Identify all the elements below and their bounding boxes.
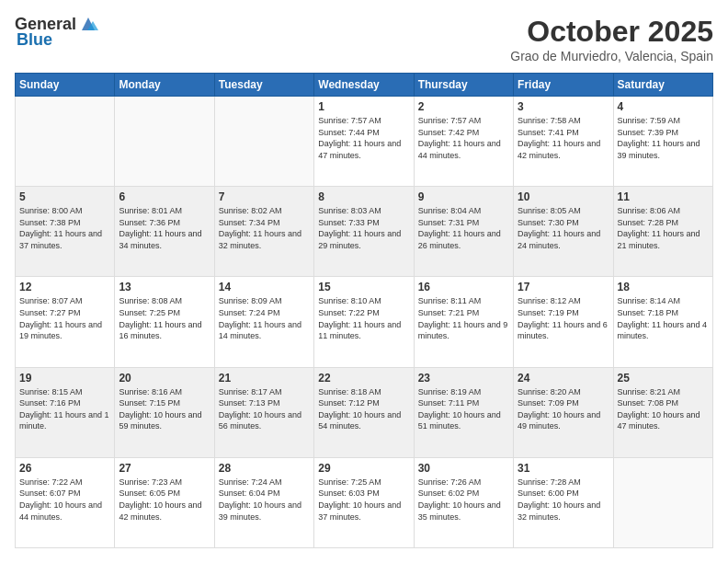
- table-row: 2Sunrise: 7:57 AMSunset: 7:42 PMDaylight…: [414, 97, 513, 187]
- calendar-week-row: 19Sunrise: 8:15 AMSunset: 7:16 PMDayligh…: [16, 367, 713, 457]
- day-info: Sunrise: 8:14 AMSunset: 7:18 PMDaylight:…: [618, 295, 709, 341]
- table-row: [214, 97, 313, 187]
- day-number: 20: [119, 372, 210, 385]
- day-number: 14: [219, 281, 310, 293]
- table-row: 10Sunrise: 8:05 AMSunset: 7:30 PMDayligh…: [514, 187, 613, 277]
- header-monday: Monday: [115, 74, 214, 97]
- day-number: 9: [418, 190, 509, 203]
- day-number: 6: [119, 190, 210, 203]
- day-info: Sunrise: 8:16 AMSunset: 7:15 PMDaylight:…: [119, 386, 210, 432]
- day-info: Sunrise: 8:00 AMSunset: 7:38 PMDaylight:…: [19, 205, 110, 251]
- day-info: Sunrise: 7:57 AMSunset: 7:42 PMDaylight:…: [418, 115, 509, 161]
- calendar-week-row: 26Sunrise: 7:22 AMSunset: 6:07 PMDayligh…: [16, 457, 713, 547]
- page: General Blue October 2025 Grao de Murvie…: [0, 0, 728, 563]
- day-number: 28: [219, 462, 310, 475]
- day-info: Sunrise: 7:59 AMSunset: 7:39 PMDaylight:…: [618, 115, 709, 161]
- calendar-week-row: 12Sunrise: 8:07 AMSunset: 7:27 PMDayligh…: [16, 277, 713, 367]
- day-number: 10: [518, 190, 609, 203]
- header-tuesday: Tuesday: [214, 74, 313, 97]
- table-row: 25Sunrise: 8:21 AMSunset: 7:08 PMDayligh…: [613, 367, 712, 457]
- calendar-table: Sunday Monday Tuesday Wednesday Thursday…: [15, 73, 713, 548]
- logo: General Blue: [15, 15, 98, 50]
- day-number: 5: [19, 190, 110, 203]
- day-number: 8: [318, 190, 409, 203]
- logo-icon: [78, 14, 98, 34]
- table-row: 4Sunrise: 7:59 AMSunset: 7:39 PMDaylight…: [613, 97, 712, 187]
- calendar-week-row: 1Sunrise: 7:57 AMSunset: 7:44 PMDaylight…: [16, 97, 713, 187]
- day-number: 1: [318, 100, 409, 113]
- day-number: 11: [618, 190, 709, 203]
- weekday-header-row: Sunday Monday Tuesday Wednesday Thursday…: [16, 74, 713, 97]
- day-number: 29: [318, 462, 409, 475]
- table-row: 8Sunrise: 8:03 AMSunset: 7:33 PMDaylight…: [314, 187, 414, 277]
- day-info: Sunrise: 8:04 AMSunset: 7:31 PMDaylight:…: [418, 205, 509, 251]
- table-row: 3Sunrise: 7:58 AMSunset: 7:41 PMDaylight…: [514, 97, 613, 187]
- day-info: Sunrise: 8:09 AMSunset: 7:24 PMDaylight:…: [219, 295, 310, 341]
- day-info: Sunrise: 8:20 AMSunset: 7:09 PMDaylight:…: [518, 386, 609, 432]
- day-info: Sunrise: 7:23 AMSunset: 6:05 PMDaylight:…: [119, 477, 210, 523]
- table-row: 21Sunrise: 8:17 AMSunset: 7:13 PMDayligh…: [214, 367, 313, 457]
- table-row: [16, 97, 115, 187]
- day-info: Sunrise: 8:02 AMSunset: 7:34 PMDaylight:…: [219, 205, 310, 251]
- table-row: 23Sunrise: 8:19 AMSunset: 7:11 PMDayligh…: [414, 367, 513, 457]
- table-row: 6Sunrise: 8:01 AMSunset: 7:36 PMDaylight…: [115, 187, 214, 277]
- day-number: 13: [119, 281, 210, 293]
- header-thursday: Thursday: [414, 74, 513, 97]
- day-number: 31: [518, 462, 609, 475]
- day-number: 15: [318, 281, 409, 293]
- table-row: 13Sunrise: 8:08 AMSunset: 7:25 PMDayligh…: [115, 277, 214, 367]
- table-row: 16Sunrise: 8:11 AMSunset: 7:21 PMDayligh…: [414, 277, 513, 367]
- day-number: 27: [119, 462, 210, 475]
- day-info: Sunrise: 8:21 AMSunset: 7:08 PMDaylight:…: [618, 386, 709, 432]
- table-row: 5Sunrise: 8:00 AMSunset: 7:38 PMDaylight…: [16, 187, 115, 277]
- day-info: Sunrise: 8:15 AMSunset: 7:16 PMDaylight:…: [19, 386, 110, 432]
- day-info: Sunrise: 7:57 AMSunset: 7:44 PMDaylight:…: [318, 115, 409, 161]
- header-sunday: Sunday: [16, 74, 115, 97]
- title-block: October 2025 Grao de Murviedro, Valencia…: [510, 15, 713, 63]
- table-row: 20Sunrise: 8:16 AMSunset: 7:15 PMDayligh…: [115, 367, 214, 457]
- month-title: October 2025: [510, 15, 713, 49]
- header-friday: Friday: [514, 74, 613, 97]
- day-number: 22: [318, 372, 409, 385]
- table-row: 7Sunrise: 8:02 AMSunset: 7:34 PMDaylight…: [214, 187, 313, 277]
- day-info: Sunrise: 7:26 AMSunset: 6:02 PMDaylight:…: [418, 477, 509, 523]
- day-info: Sunrise: 8:01 AMSunset: 7:36 PMDaylight:…: [119, 205, 210, 251]
- table-row: 12Sunrise: 8:07 AMSunset: 7:27 PMDayligh…: [16, 277, 115, 367]
- day-info: Sunrise: 8:07 AMSunset: 7:27 PMDaylight:…: [19, 295, 110, 341]
- day-info: Sunrise: 7:25 AMSunset: 6:03 PMDaylight:…: [318, 477, 409, 523]
- table-row: 28Sunrise: 7:24 AMSunset: 6:04 PMDayligh…: [214, 457, 313, 547]
- day-number: 17: [518, 281, 609, 293]
- table-row: 27Sunrise: 7:23 AMSunset: 6:05 PMDayligh…: [115, 457, 214, 547]
- table-row: 14Sunrise: 8:09 AMSunset: 7:24 PMDayligh…: [214, 277, 313, 367]
- table-row: 26Sunrise: 7:22 AMSunset: 6:07 PMDayligh…: [16, 457, 115, 547]
- day-info: Sunrise: 7:22 AMSunset: 6:07 PMDaylight:…: [19, 477, 110, 523]
- day-number: 23: [418, 372, 509, 385]
- day-number: 3: [518, 100, 609, 113]
- day-info: Sunrise: 8:08 AMSunset: 7:25 PMDaylight:…: [119, 295, 210, 341]
- table-row: 11Sunrise: 8:06 AMSunset: 7:28 PMDayligh…: [613, 187, 712, 277]
- day-info: Sunrise: 7:58 AMSunset: 7:41 PMDaylight:…: [518, 115, 609, 161]
- day-info: Sunrise: 8:19 AMSunset: 7:11 PMDaylight:…: [418, 386, 509, 432]
- day-info: Sunrise: 8:06 AMSunset: 7:28 PMDaylight:…: [618, 205, 709, 251]
- day-info: Sunrise: 8:05 AMSunset: 7:30 PMDaylight:…: [518, 205, 609, 251]
- day-number: 18: [618, 281, 709, 293]
- day-info: Sunrise: 8:18 AMSunset: 7:12 PMDaylight:…: [318, 386, 409, 432]
- day-number: 26: [19, 462, 110, 475]
- day-number: 2: [418, 100, 509, 113]
- day-number: 24: [518, 372, 609, 385]
- table-row: 9Sunrise: 8:04 AMSunset: 7:31 PMDaylight…: [414, 187, 513, 277]
- day-info: Sunrise: 8:03 AMSunset: 7:33 PMDaylight:…: [318, 205, 409, 251]
- day-number: 7: [219, 190, 310, 203]
- day-info: Sunrise: 8:11 AMSunset: 7:21 PMDaylight:…: [418, 295, 509, 341]
- logo-blue-text: Blue: [17, 30, 52, 50]
- table-row: 31Sunrise: 7:28 AMSunset: 6:00 PMDayligh…: [514, 457, 613, 547]
- header: General Blue October 2025 Grao de Murvie…: [15, 15, 713, 63]
- day-info: Sunrise: 7:28 AMSunset: 6:00 PMDaylight:…: [518, 477, 609, 523]
- table-row: 18Sunrise: 8:14 AMSunset: 7:18 PMDayligh…: [613, 277, 712, 367]
- table-row: 30Sunrise: 7:26 AMSunset: 6:02 PMDayligh…: [414, 457, 513, 547]
- table-row: 19Sunrise: 8:15 AMSunset: 7:16 PMDayligh…: [16, 367, 115, 457]
- table-row: 24Sunrise: 8:20 AMSunset: 7:09 PMDayligh…: [514, 367, 613, 457]
- day-info: Sunrise: 7:24 AMSunset: 6:04 PMDaylight:…: [219, 477, 310, 523]
- table-row: [115, 97, 214, 187]
- calendar-week-row: 5Sunrise: 8:00 AMSunset: 7:38 PMDaylight…: [16, 187, 713, 277]
